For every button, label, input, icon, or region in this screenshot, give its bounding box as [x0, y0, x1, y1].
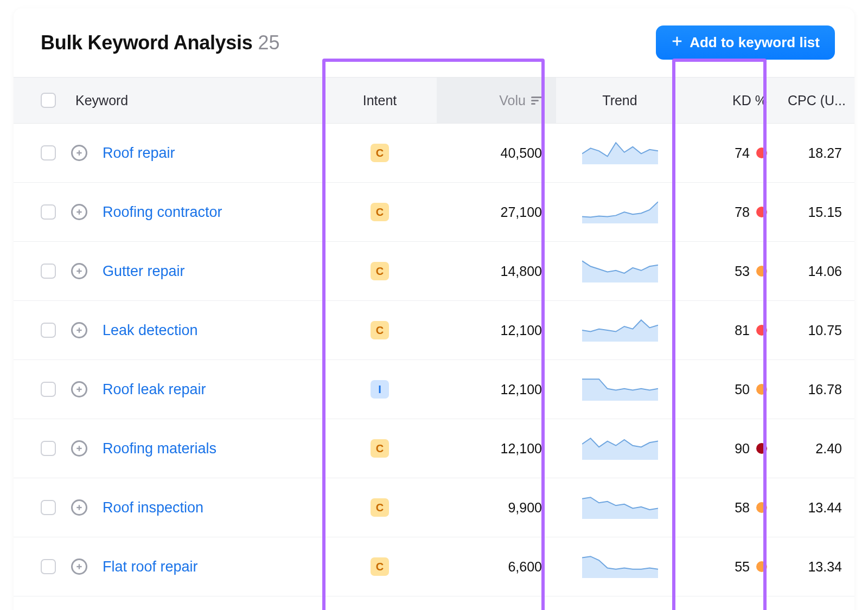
- cell-intent: C: [323, 596, 437, 610]
- cell-trend: [556, 596, 684, 610]
- cell-keyword: Flat roof repair: [14, 537, 323, 596]
- keyword-link[interactable]: Roofing contractor: [103, 204, 222, 221]
- cell-volume: 5,400: [437, 596, 556, 610]
- row-checkbox[interactable]: [41, 204, 56, 220]
- trend-sparkline: [582, 378, 658, 401]
- table-header: Keyword Intent Volu Trend KD % CPC (U...: [14, 77, 854, 124]
- kd-value: 53: [735, 264, 750, 279]
- cell-intent: C: [323, 478, 437, 537]
- cell-trend: [556, 242, 684, 300]
- keyword-link[interactable]: Flat roof repair: [103, 558, 198, 575]
- col-trend[interactable]: Trend: [556, 78, 684, 123]
- cell-intent: C: [323, 419, 437, 478]
- cell-kd: 50: [684, 360, 781, 419]
- keyword-link[interactable]: Leak detection: [103, 322, 198, 339]
- trend-sparkline: [582, 142, 658, 164]
- keyword-link[interactable]: Roof repair: [103, 145, 175, 162]
- cell-intent: C: [323, 301, 437, 359]
- trend-sparkline: [582, 260, 658, 282]
- expand-icon[interactable]: [71, 322, 87, 338]
- row-checkbox[interactable]: [41, 382, 56, 397]
- col-keyword[interactable]: Keyword: [14, 78, 323, 123]
- table-body: Roof repair C 40,500 74 18.27 Roofing co…: [14, 124, 854, 610]
- cell-kd: 55: [684, 537, 781, 596]
- cell-keyword: Leak detection: [14, 301, 323, 359]
- cell-intent: C: [323, 242, 437, 300]
- cell-intent: I: [323, 360, 437, 419]
- expand-icon[interactable]: [71, 381, 87, 397]
- intent-badge[interactable]: C: [371, 144, 389, 162]
- expand-icon[interactable]: [71, 263, 87, 279]
- table-row: Emergency roof repair C 5,400 27 22.96: [14, 596, 854, 610]
- table-row: Leak detection C 12,100 81 10.75: [14, 301, 854, 360]
- row-checkbox[interactable]: [41, 323, 56, 338]
- expand-icon[interactable]: [71, 204, 87, 220]
- row-checkbox[interactable]: [41, 500, 56, 515]
- cell-keyword: Gutter repair: [14, 242, 323, 300]
- kd-dot: [756, 207, 767, 217]
- intent-badge[interactable]: I: [371, 380, 389, 399]
- col-keyword-label: Keyword: [75, 93, 128, 108]
- keyword-link[interactable]: Roof leak repair: [103, 381, 206, 398]
- cell-intent: C: [323, 124, 437, 182]
- col-volume[interactable]: Volu: [437, 78, 556, 123]
- kd-dot: [756, 502, 767, 513]
- col-intent-label: Intent: [363, 93, 397, 108]
- row-checkbox[interactable]: [41, 264, 56, 279]
- trend-sparkline: [582, 437, 658, 460]
- expand-icon[interactable]: [71, 558, 87, 575]
- table-row: Roofing contractor C 27,100 78 15.15: [14, 183, 854, 242]
- expand-icon[interactable]: [71, 145, 87, 161]
- cell-keyword: Roof inspection: [14, 478, 323, 537]
- keyword-link[interactable]: Roofing materials: [103, 440, 216, 457]
- cell-volume: 40,500: [437, 124, 556, 182]
- kd-dot: [756, 266, 767, 277]
- col-cpc-label: CPC (U...: [788, 93, 846, 108]
- intent-badge[interactable]: C: [371, 203, 389, 221]
- cell-volume: 9,900: [437, 478, 556, 537]
- kd-value: 81: [735, 323, 750, 338]
- intent-badge[interactable]: C: [371, 262, 389, 280]
- cell-trend: [556, 419, 684, 478]
- cell-kd: 90: [684, 419, 781, 478]
- cell-cpc: 13.44: [781, 478, 852, 537]
- col-kd-label: KD %: [732, 93, 767, 108]
- cell-cpc: 10.75: [781, 301, 852, 359]
- expand-icon[interactable]: [71, 440, 87, 457]
- intent-badge[interactable]: C: [371, 439, 389, 458]
- intent-badge[interactable]: C: [371, 321, 389, 339]
- cell-kd: 78: [684, 183, 781, 241]
- col-cpc[interactable]: CPC (U...: [781, 78, 852, 123]
- col-kd[interactable]: KD %: [684, 78, 781, 123]
- cell-cpc: 15.15: [781, 183, 852, 241]
- add-button-label: Add to keyword list: [690, 34, 820, 51]
- cell-intent: C: [323, 537, 437, 596]
- row-checkbox[interactable]: [41, 559, 56, 574]
- cell-cpc: 13.34: [781, 537, 852, 596]
- row-checkbox[interactable]: [41, 441, 56, 456]
- cell-kd: 81: [684, 301, 781, 359]
- table-row: Flat roof repair C 6,600 55 13.34: [14, 537, 854, 596]
- table-row: Roofing materials C 12,100 90 2.40: [14, 419, 854, 478]
- intent-badge[interactable]: C: [371, 557, 389, 576]
- kd-dot: [756, 325, 767, 336]
- select-all-checkbox[interactable]: [41, 93, 56, 108]
- keyword-link[interactable]: Gutter repair: [103, 263, 185, 280]
- kd-dot: [756, 147, 767, 158]
- keyword-link[interactable]: Roof inspection: [103, 499, 203, 516]
- cell-cpc: 18.27: [781, 124, 852, 182]
- intent-badge[interactable]: C: [371, 498, 389, 517]
- panel-header: Bulk Keyword Analysis 25 Add to keyword …: [14, 8, 854, 77]
- trend-sparkline: [582, 555, 658, 578]
- col-intent[interactable]: Intent: [323, 78, 437, 123]
- add-to-keyword-list-button[interactable]: Add to keyword list: [656, 25, 835, 60]
- cell-trend: [556, 124, 684, 182]
- cell-kd: 58: [684, 478, 781, 537]
- row-checkbox[interactable]: [41, 145, 56, 160]
- kd-dot: [756, 384, 767, 395]
- expand-icon[interactable]: [71, 499, 87, 516]
- result-count: 25: [258, 31, 280, 54]
- cell-cpc: 16.78: [781, 360, 852, 419]
- cell-volume: 12,100: [437, 360, 556, 419]
- cell-kd: 27: [684, 596, 781, 610]
